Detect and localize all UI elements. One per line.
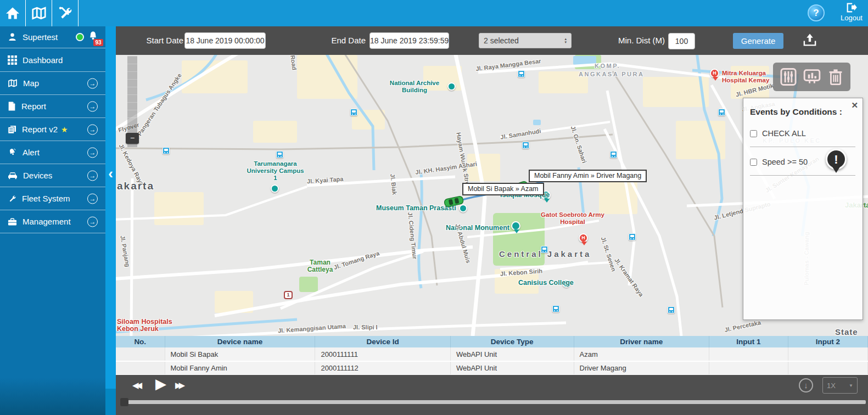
tools-button[interactable] bbox=[53, 0, 79, 26]
alert-icon bbox=[7, 147, 19, 159]
events-by-conditions-panel: ✕ Events by Conditions : CHECK ALL Speed… bbox=[743, 98, 863, 320]
sidebar-user-row[interactable]: Supertest 93 bbox=[0, 26, 105, 48]
generate-button[interactable]: Generate bbox=[733, 33, 783, 49]
expand-arrow-icon: → bbox=[87, 124, 98, 134]
map-icon bbox=[31, 7, 47, 20]
username-label: Supertest bbox=[23, 32, 58, 42]
fleet-tracking-app: ? Logout Supertest 93 bbox=[0, 0, 868, 415]
filter-toolbar: Start Date End Date 2 selected ▴▾ Min. D… bbox=[116, 26, 868, 55]
cell-device-type: WebAPI Unit bbox=[450, 347, 574, 361]
sliders-icon bbox=[780, 68, 797, 86]
sidebar-item-alert[interactable]: Alert → bbox=[0, 141, 105, 164]
notification-badge: 93 bbox=[93, 39, 103, 46]
col-input-2: Input 2 bbox=[788, 336, 867, 347]
chart-board-button[interactable] bbox=[802, 66, 822, 87]
sidebar-item-report-v2[interactable]: Report v2 ★ → bbox=[0, 118, 105, 141]
sidebar-item-dashboard[interactable]: Dashboard bbox=[0, 49, 105, 72]
check-all-option[interactable]: CHECK ALL bbox=[750, 129, 806, 138]
select-arrows-icon: ▴▾ bbox=[564, 37, 567, 44]
start-date-label: Start Date bbox=[142, 36, 183, 45]
device-table-header-row: No. Device name Device Id Device Type Dr… bbox=[116, 336, 868, 347]
cell-no bbox=[116, 347, 165, 361]
end-date-label: End Date bbox=[327, 36, 366, 45]
car-icon bbox=[8, 171, 18, 180]
table-row[interactable]: Mobil Fanny Amin 2000111112 WebAPI Unit … bbox=[116, 361, 868, 375]
play-button[interactable]: ▶ bbox=[155, 375, 166, 392]
cell-input-1 bbox=[709, 347, 788, 361]
sidebar-item-label: Devices bbox=[23, 171, 52, 180]
sidebar-item-label: Dashboard bbox=[23, 55, 63, 65]
map-tools-toolbar bbox=[773, 63, 850, 91]
table-row[interactable]: Mobil Si Bapak 2000111111 WebAPI Unit Az… bbox=[116, 347, 868, 361]
playback-speed-value: 1X bbox=[827, 382, 849, 390]
expand-arrow-icon: → bbox=[87, 216, 98, 227]
report-v2-icon bbox=[8, 125, 16, 134]
logout-label: Logout bbox=[837, 14, 866, 22]
map-zoom-slider[interactable]: − bbox=[127, 56, 137, 147]
expand-arrow-icon: → bbox=[87, 193, 98, 204]
playback-bar: ◀◀ ▶ ▶▶ ↓ 1X ▼ bbox=[116, 375, 868, 415]
sidebar-item-management[interactable]: Management → bbox=[0, 210, 105, 233]
end-date-input[interactable] bbox=[369, 32, 449, 49]
device-select[interactable]: 2 selected ▴▾ bbox=[479, 33, 572, 48]
cell-input-2 bbox=[788, 347, 867, 361]
playback-speed-select[interactable]: 1X ▼ bbox=[822, 377, 858, 394]
dashboard-icon bbox=[8, 55, 17, 65]
speed-condition-option[interactable]: Speed >= 50 bbox=[750, 158, 808, 166]
sidebar-item-devices[interactable]: Devices → bbox=[0, 164, 105, 187]
col-input-1: Input 1 bbox=[709, 336, 788, 347]
sidebar-item-label: Report bbox=[21, 102, 46, 111]
speed-condition-label: Speed >= 50 bbox=[762, 158, 808, 166]
export-button[interactable] bbox=[803, 33, 818, 48]
notifications-bell[interactable]: 93 bbox=[88, 31, 101, 45]
fast-forward-button[interactable]: ▶▶ bbox=[175, 380, 182, 390]
sidebar-item-label: Management bbox=[23, 217, 71, 226]
user-icon bbox=[8, 32, 17, 42]
sidebar-shadow bbox=[0, 378, 105, 415]
cell-device-id: 2000111112 bbox=[315, 361, 451, 375]
favorite-star-icon: ★ bbox=[61, 125, 68, 134]
rewind-button[interactable]: ◀◀ bbox=[132, 380, 139, 390]
check-all-checkbox[interactable] bbox=[750, 130, 757, 137]
check-all-label: CHECK ALL bbox=[762, 129, 806, 138]
col-no: No. bbox=[116, 336, 165, 347]
sidebar-item-fleet-system[interactable]: Fleet System → bbox=[0, 187, 105, 210]
cell-input-1 bbox=[709, 361, 788, 375]
start-date-input[interactable] bbox=[184, 32, 266, 49]
expand-arrow-icon: → bbox=[87, 170, 98, 181]
timeline-scrubber-track[interactable] bbox=[124, 400, 866, 404]
panel-close-icon[interactable]: ✕ bbox=[851, 100, 858, 110]
tools-icon bbox=[58, 6, 73, 20]
device-select-value: 2 selected bbox=[484, 36, 564, 45]
speed-alert-pin-icon[interactable]: ! bbox=[826, 149, 847, 170]
col-device-name: Device name bbox=[165, 336, 315, 347]
sidebar-item-map[interactable]: Map → bbox=[0, 72, 105, 95]
speed-condition-checkbox[interactable] bbox=[750, 159, 757, 166]
top-header: ? Logout bbox=[0, 0, 868, 26]
cell-device-type: WebAPI Unit bbox=[450, 361, 574, 375]
map-nav-button[interactable] bbox=[26, 0, 52, 26]
min-dist-input[interactable] bbox=[668, 33, 695, 49]
sidebar-item-report[interactable]: Report → bbox=[0, 95, 105, 118]
chart-board-icon bbox=[803, 69, 821, 85]
download-track-button[interactable]: ↓ bbox=[799, 378, 813, 392]
filter-settings-button[interactable] bbox=[778, 66, 799, 87]
timeline-scrubber-handle[interactable] bbox=[120, 398, 128, 406]
sidebar-collapse-button[interactable]: ‹ bbox=[106, 165, 115, 183]
home-button[interactable] bbox=[0, 0, 26, 26]
report-icon bbox=[8, 102, 16, 111]
zoom-out-handle[interactable]: − bbox=[126, 133, 139, 144]
clear-map-button[interactable] bbox=[825, 66, 846, 87]
sidebar-item-label: Map bbox=[23, 78, 39, 88]
logout-button[interactable]: Logout bbox=[837, 2, 866, 22]
caret-down-icon: ▼ bbox=[849, 383, 853, 388]
panel-divider bbox=[750, 147, 855, 147]
expand-arrow-icon: → bbox=[87, 147, 98, 158]
cell-device-name: Mobil Fanny Amin bbox=[165, 361, 315, 375]
sidebar-item-label: Alert bbox=[23, 148, 40, 157]
cell-no bbox=[116, 361, 165, 375]
trash-icon bbox=[828, 69, 843, 85]
sidebar-accent-strip bbox=[105, 0, 116, 389]
events-panel-title: Events by Conditions : bbox=[750, 107, 842, 117]
help-button[interactable]: ? bbox=[808, 4, 825, 21]
